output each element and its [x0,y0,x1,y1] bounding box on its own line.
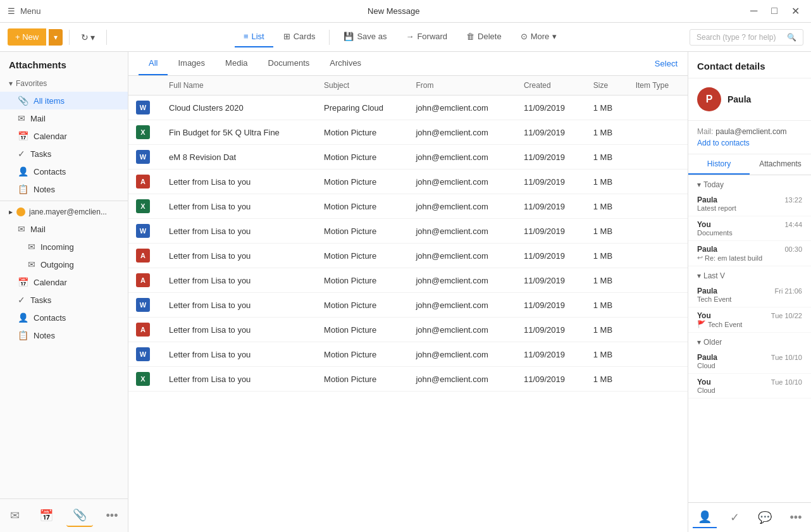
sidebar-item-tasks[interactable]: ✓ Tasks [0,145,128,163]
table-row[interactable]: X Letter from Lisa to you Motion Picture… [128,367,688,392]
file-name-cell: Letter from Lisa to you [161,318,316,342]
table-row[interactable]: W Letter from Lisa to you Motion Picture… [128,219,688,244]
sidebar-item-contacts2[interactable]: 👤 Contacts [0,309,128,326]
col-size[interactable]: Size [586,76,628,96]
history-item-row: You Tue 10/22 [697,311,802,320]
sidebar-item-mail[interactable]: ✉ Mail [0,109,128,127]
file-from-cell: john@emclient.com [408,268,516,293]
table-row[interactable]: X Fin Budget for 5K Q Ultra Fine Motion … [128,120,688,145]
sidebar-item-incoming[interactable]: ✉ Incoming [0,238,128,256]
tab-forward[interactable]: → Forward [397,27,456,47]
table-row[interactable]: W Letter from Lisa to you Motion Picture… [128,293,688,318]
history-item[interactable]: Paula Tue 10/10 Cloud [688,349,811,374]
minimize-button[interactable]: ─ [746,4,761,18]
history-time: 13:22 [784,196,802,204]
table-row[interactable]: W eM 8 Revision Dat Motion Picture john@… [128,145,688,170]
file-from-cell: john@emclient.com [408,170,516,194]
history-item[interactable]: You 14:44 Documents [688,216,811,241]
search-box[interactable]: Search (type ? for help) 🔍 [690,29,803,46]
col-itemtype[interactable]: Item Type [628,76,688,96]
main-area: Attachments ▾ Favorites 📎 All items ✉ Ma… [0,52,811,532]
file-from-cell: john@emclient.com [408,194,516,219]
tab-images[interactable]: Images [168,52,215,75]
bottom-mail-button[interactable]: ✉ [4,504,26,527]
sidebar-item-all-items[interactable]: 📎 All items [0,92,128,109]
table-row[interactable]: X Letter from Lisa to you Motion Picture… [128,194,688,219]
history-item[interactable]: You Tue 10/10 Cloud [688,374,811,399]
sidebar-item-notes[interactable]: 📋 Notes [0,180,128,198]
toolbar-separator-3 [329,30,330,45]
close-button[interactable]: ✕ [788,4,803,18]
file-subject-cell: Motion Picture [316,170,408,194]
bottom-more-button[interactable]: ••• [100,504,125,527]
table-row[interactable]: A Letter from Lisa to you Motion Picture… [128,318,688,342]
col-from[interactable]: From [408,76,516,96]
col-subject[interactable]: Subject [316,76,408,96]
tab-more[interactable]: ⊙ More ▾ [512,27,566,47]
bottom-calendar-button[interactable]: 📅 [33,504,59,527]
panel-contact-button[interactable]: 👤 [693,507,717,528]
tab-attachments-panel[interactable]: Attachments [750,154,811,175]
sidebar-item-tasks2[interactable]: ✓ Tasks [0,291,128,309]
tab-media[interactable]: Media [215,52,257,75]
titlebar: ☰ Menu New Message ─ □ ✕ [0,0,811,23]
history-subject: 🚩 Tech Event [697,320,802,328]
account-dot [16,207,25,216]
tab-all[interactable]: All [139,52,168,75]
history-item[interactable]: Paula 13:22 Latest report [688,192,811,216]
sidebar-item-calendar2[interactable]: 📅 Calendar [0,273,128,291]
table-row[interactable]: W Letter from Lisa to you Motion Picture… [128,342,688,367]
file-type-icon: W [136,224,150,238]
tab-history[interactable]: History [688,154,750,175]
new-dropdown-arrow[interactable]: ▾ [49,29,63,46]
table-row[interactable]: W Cloud Clusters 2020 Preparing Cloud jo… [128,96,688,120]
maximize-button[interactable]: □ [767,4,781,18]
file-type-icon: A [136,175,150,189]
file-name-cell: Letter from Lisa to you [161,293,316,318]
panel-chat-button[interactable]: 💬 [753,507,777,528]
history-item-row: Paula 13:22 [697,195,802,204]
col-created[interactable]: Created [516,76,586,96]
delete-label: Delete [478,32,502,41]
file-from-cell: john@emclient.com [408,244,516,268]
col-fullname[interactable]: Full Name [161,76,316,96]
file-type-cell: X [128,194,161,219]
add-to-contacts-link[interactable]: Add to contacts [697,139,802,147]
tab-save-as[interactable]: 💾 Save as [335,27,395,47]
contact-panel-tabs: History Attachments [688,154,811,175]
sidebar-item-outgoing[interactable]: ✉ Outgoing [0,256,128,273]
table-row[interactable]: A Letter from Lisa to you Motion Picture… [128,170,688,194]
sidebar-item-contacts[interactable]: 👤 Contacts [0,163,128,180]
account-header[interactable]: ▸ jane.mayer@emclien... [0,204,128,220]
new-button[interactable]: + New [8,28,46,46]
tab-cards[interactable]: ⊞ Cards [275,27,325,47]
file-created-cell: 11/09/2019 [516,268,586,293]
bottom-attachments-button[interactable]: 📎 [66,504,93,527]
select-button[interactable]: Select [655,53,678,75]
table-row[interactable]: A Letter from Lisa to you Motion Picture… [128,244,688,268]
sidebar-bottom-nav: ✉ 📅 📎 ••• [0,498,128,532]
file-type-icon: A [136,273,150,287]
panel-more-button[interactable]: ••• [785,507,807,528]
favorites-group[interactable]: ▾ Favorites [0,75,128,92]
history-item[interactable]: You Tue 10/22 🚩 Tech Event [688,307,811,333]
sidebar-item-notes2[interactable]: 📋 Notes [0,326,128,344]
history-item[interactable]: Paula Fri 21:06 Tech Event [688,283,811,307]
table-row[interactable]: A Letter from Lisa to you Motion Picture… [128,268,688,293]
menu-label[interactable]: Menu [20,6,41,16]
history-item[interactable]: Paula 00:30 ↩ Re: em latest build [688,241,811,266]
file-size-cell: 1 MB [586,268,628,293]
refresh-button[interactable]: ↻ ▾ [76,28,100,46]
col-icon [128,76,161,96]
history-item-row: Paula 00:30 [697,245,802,254]
tab-archives[interactable]: Archives [319,52,371,75]
panel-check-button[interactable]: ✓ [725,507,745,528]
sidebar-item-mail2[interactable]: ✉ Mail [0,220,128,238]
forward-label: Forward [417,32,447,41]
tab-list[interactable]: ≡ List [235,27,273,47]
notes-icon: 📋 [18,184,28,194]
tab-documents[interactable]: Documents [258,52,320,75]
sidebar-item-calendar[interactable]: 📅 Calendar [0,127,128,145]
file-type-cell: A [128,244,161,268]
tab-delete[interactable]: 🗑 Delete [457,27,511,47]
